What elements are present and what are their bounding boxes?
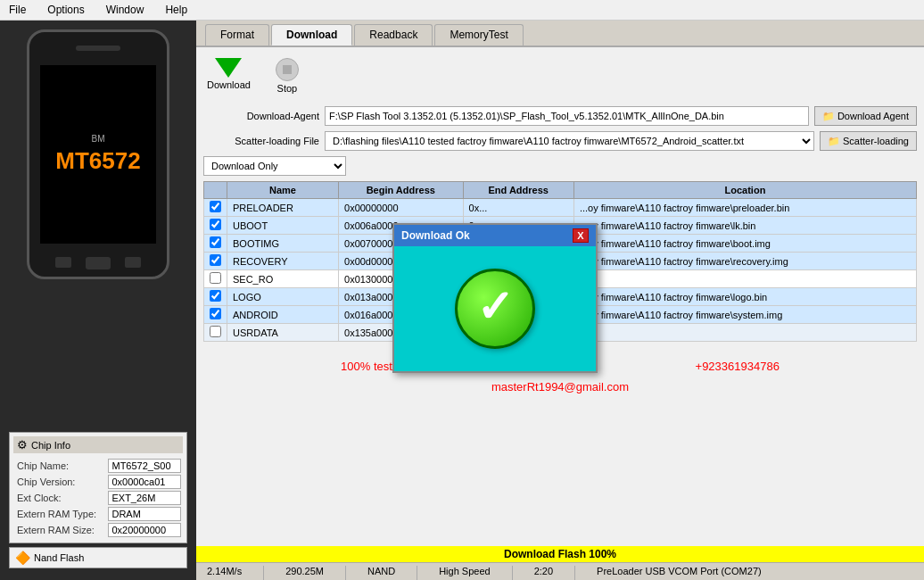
- modal-overlay: Download Ok X ✓: [0, 0, 924, 580]
- modal-close-button[interactable]: X: [573, 228, 589, 243]
- checkmark-icon: ✓: [476, 285, 514, 329]
- download-ok-modal: Download Ok X ✓: [392, 223, 598, 373]
- modal-body: ✓: [394, 246, 596, 371]
- modal-title: Download Ok: [401, 229, 470, 242]
- modal-header: Download Ok X: [394, 225, 596, 246]
- checkmark-circle: ✓: [455, 269, 535, 349]
